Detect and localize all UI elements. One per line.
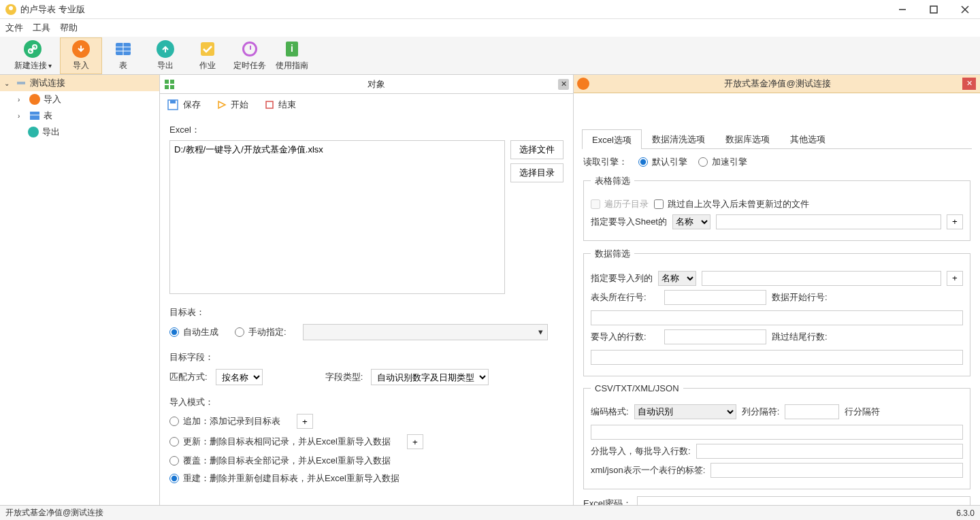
minimize-button[interactable] <box>893 2 912 17</box>
window-title: 的卢导表 专业版 <box>20 3 893 16</box>
import-rows-input[interactable] <box>664 329 766 344</box>
xml-tag-input[interactable] <box>710 463 963 478</box>
table-icon <box>114 39 133 59</box>
svg-rect-13 <box>17 82 25 84</box>
svg-rect-17 <box>170 80 174 84</box>
tree-import[interactable]: › 导入 <box>0 91 159 108</box>
fieldset-data-filter: 数据筛选 指定要导入列的 名称 + 表头所在行号: 数据开始行号: 要导入的行数… <box>583 248 970 376</box>
save-button[interactable]: 保存 <box>167 99 201 111</box>
mode-update[interactable]: 更新：删除目标表相同记录，并从Excel重新导入数据 <box>169 436 391 448</box>
stop-button[interactable]: 结束 <box>265 99 296 111</box>
app-icon <box>5 4 16 15</box>
data-start-row-input[interactable] <box>591 310 963 325</box>
append-plus-button[interactable]: + <box>297 414 313 429</box>
maximize-button[interactable] <box>924 2 943 17</box>
col-delim-input[interactable] <box>785 404 839 419</box>
mode-append[interactable]: 追加：添加记录到目标表 <box>169 415 280 427</box>
target-table-label: 目标表： <box>169 306 564 319</box>
import-icon <box>574 78 593 90</box>
row-delim-input[interactable] <box>591 425 963 440</box>
menu-help[interactable]: 帮助 <box>60 22 78 34</box>
subtab-clean[interactable]: 数据清洗选项 <box>642 129 715 148</box>
toolbar-export[interactable]: 导出 <box>144 37 186 74</box>
svg-rect-19 <box>170 85 174 89</box>
radio-auto-gen[interactable]: 自动生成 <box>169 326 218 338</box>
choose-file-button[interactable]: 选择文件 <box>510 140 564 159</box>
toolbar-guide[interactable]: i 使用指南 <box>271 37 313 74</box>
timer-icon <box>240 39 259 59</box>
mode-cover[interactable]: 覆盖：删除目标表全部记录，并从Excel重新导入数据 <box>169 455 391 467</box>
header-row-input[interactable] <box>664 290 766 305</box>
menu-file[interactable]: 文件 <box>5 22 23 34</box>
sheet-name-input[interactable] <box>716 214 941 229</box>
tree-root-connection[interactable]: ⌄ 测试连接 <box>0 75 159 91</box>
subtab-other[interactable]: 其他选项 <box>780 129 836 148</box>
table-icon <box>29 110 41 122</box>
svg-rect-21 <box>170 100 176 103</box>
right-tab-close-button[interactable]: ✕ <box>962 78 976 90</box>
engine-fast[interactable]: 加速引擎 <box>698 156 747 168</box>
fieldset-table-filter: 表格筛选 遍历子目录 跳过自上次导入后未曾更新过的文件 指定要导入Sheet的 … <box>583 175 970 241</box>
sidebar: ⌄ 测试连接 › 导入 › 表 导出 <box>0 75 160 505</box>
save-icon <box>167 99 179 111</box>
cb-skip-unchanged[interactable]: 跳过自上次导入后未曾更新过的文件 <box>654 198 809 210</box>
skip-tail-input[interactable] <box>591 350 963 365</box>
play-icon <box>217 100 227 110</box>
close-button[interactable] <box>956 2 975 17</box>
manual-table-select[interactable]: ▾ <box>303 324 548 340</box>
subtab-db[interactable]: 数据库选项 <box>715 129 780 148</box>
import-icon <box>71 39 91 59</box>
field-type-select[interactable]: 自动识别数字及日期类型 <box>371 369 489 385</box>
sheet-by-select[interactable]: 名称 <box>672 214 710 229</box>
radio-manual[interactable]: 手动指定: <box>235 326 287 338</box>
menu-tools[interactable]: 工具 <box>33 22 50 34</box>
mode-rebuild[interactable]: 重建：删除并重新创建目标表，并从Excel重新导入数据 <box>169 472 399 485</box>
export-icon <box>156 39 175 59</box>
status-left: 开放式基金净值@测试连接 <box>5 507 103 519</box>
toolbar-table[interactable]: 表 <box>102 37 144 74</box>
choose-dir-button[interactable]: 选择目录 <box>510 163 564 182</box>
excel-label: Excel： <box>169 124 564 136</box>
svg-rect-16 <box>165 80 169 84</box>
svg-rect-1 <box>930 6 937 13</box>
chevron-down-icon: ⌄ <box>4 80 12 87</box>
tree-export[interactable]: 导出 <box>0 124 159 140</box>
col-by-select[interactable]: 名称 <box>658 271 696 286</box>
chevron-right-icon: › <box>18 112 26 120</box>
svg-text:i: i <box>291 43 293 54</box>
encoding-select[interactable]: 自动识别 <box>634 404 736 419</box>
toolbar-new-connection[interactable]: 新建连接▾ <box>5 37 60 74</box>
file-path-textarea[interactable]: D:/教程/一键导入/开放式基金净值.xlsx <box>169 140 505 294</box>
engine-default[interactable]: 默认引擎 <box>638 156 687 168</box>
start-button[interactable]: 开始 <box>217 99 248 111</box>
toolbar-import[interactable]: 导入 <box>60 37 102 74</box>
stop-icon <box>265 100 274 110</box>
svg-marker-22 <box>218 101 225 108</box>
tree-table[interactable]: › 表 <box>0 108 159 124</box>
batch-rows-input[interactable] <box>696 444 963 459</box>
guide-icon: i <box>282 39 301 59</box>
match-method-select[interactable]: 按名称 <box>216 369 263 385</box>
sheet-plus-button[interactable]: + <box>947 214 963 229</box>
chevron-right-icon: › <box>18 96 26 103</box>
tab-close-icon[interactable]: ✕ <box>558 79 569 90</box>
grid-icon[interactable] <box>160 79 179 90</box>
excel-password-input[interactable] <box>637 496 970 505</box>
fieldset-csv: CSV/TXT/XML/JSON 编码格式: 自动识别 列分隔符: 行分隔符 分… <box>583 383 970 489</box>
tab-object[interactable]: 对象 ✕ <box>179 75 573 93</box>
target-field-label: 目标字段： <box>169 351 564 363</box>
svg-rect-14 <box>30 112 39 120</box>
svg-rect-23 <box>266 101 273 108</box>
chevron-down-icon: ▾ <box>48 62 52 69</box>
update-plus-button[interactable]: + <box>407 434 423 449</box>
col-plus-button[interactable]: + <box>947 271 963 286</box>
right-tab-title: 开放式基金净值@测试连接 <box>593 78 962 90</box>
export-icon <box>27 126 39 138</box>
svg-rect-18 <box>165 85 169 89</box>
toolbar-job[interactable]: 作业 <box>186 37 229 74</box>
subtab-excel[interactable]: Excel选项 <box>582 129 642 149</box>
col-name-input[interactable] <box>702 271 941 286</box>
cb-recurse[interactable]: 遍历子目录 <box>591 198 649 210</box>
import-mode-label: 导入模式： <box>169 396 564 408</box>
toolbar-cron[interactable]: 定时任务 <box>229 37 271 74</box>
